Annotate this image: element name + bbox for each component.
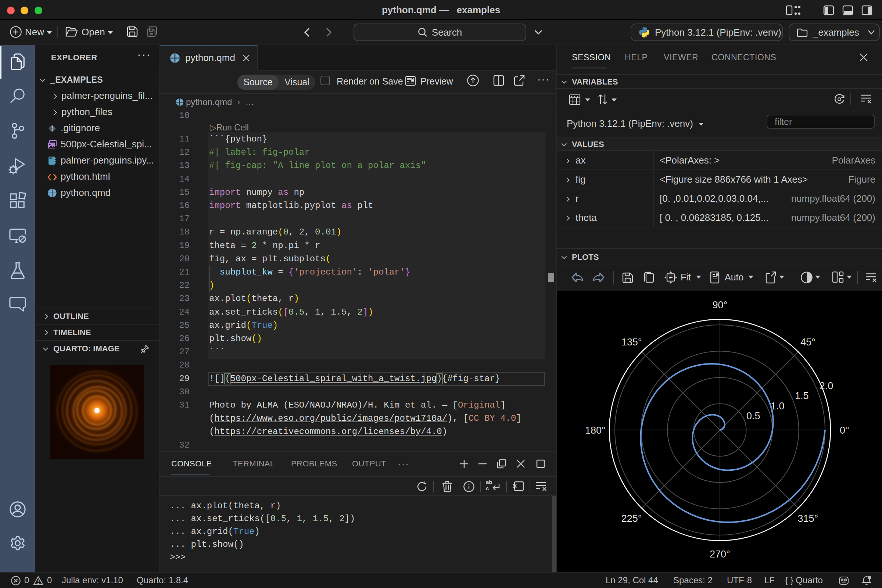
svg-text:135°: 135° xyxy=(621,337,642,348)
svg-text:270°: 270° xyxy=(710,549,730,560)
svg-text:180°: 180° xyxy=(585,425,606,436)
svg-text:315°: 315° xyxy=(798,513,818,524)
svg-text:0°: 0° xyxy=(840,425,849,436)
svg-text:225°: 225° xyxy=(621,513,642,524)
svg-text:0.5: 0.5 xyxy=(746,411,760,422)
svg-text:90°: 90° xyxy=(712,300,728,310)
svg-text:45°: 45° xyxy=(800,337,816,348)
svg-text:1.5: 1.5 xyxy=(795,390,809,401)
svg-text:1.0: 1.0 xyxy=(771,400,784,412)
svg-text:2.0: 2.0 xyxy=(819,380,834,392)
